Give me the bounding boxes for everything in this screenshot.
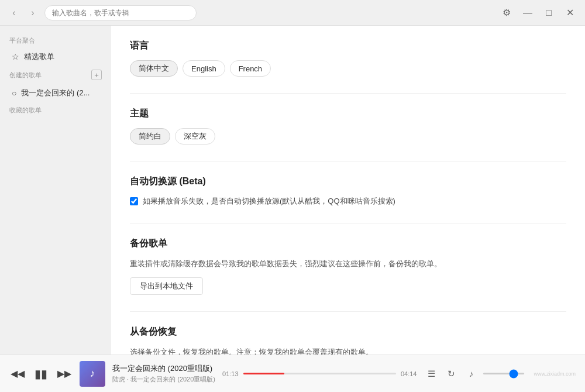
pause-button[interactable]: ▮▮: [33, 366, 49, 382]
sidebar: 平台聚合 ☆ 精选歌单 创建的歌单 + ○ 我一定会回来的 (2... 收藏的歌…: [0, 26, 111, 355]
album-art: ♪: [80, 361, 105, 387]
restore-section: 从备份恢复 选择备份文件，恢复我的歌单。注意：恢复我的歌单会覆盖现有的歌单。 从…: [130, 326, 566, 355]
theme-section: 主题 简约白 深空灰: [130, 108, 566, 145]
backup-desc: 重装插件或清除缓存数据会导致我的歌单数据丢失，强烈建议在这些操作前，备份我的歌单…: [130, 258, 566, 270]
language-tag-french[interactable]: French: [230, 60, 271, 77]
theme-tag-group: 简约白 深空灰: [130, 128, 566, 145]
player-bar: ◀◀ ▮▮ ▶▶ ♪ 我一定会回来的 (2020重唱版) 陆虎 · 我一定会回来…: [0, 355, 585, 392]
theme-tag-dark[interactable]: 深空灰: [175, 128, 215, 145]
export-button[interactable]: 导出到本地文件: [130, 277, 203, 295]
restore-desc: 选择备份文件，恢复我的歌单。注意：恢复我的歌单会覆盖现有的歌单。: [130, 346, 566, 355]
player-info: 我一定会回来的 (2020重唱版) 陆虎 · 我一定会回来的 (2020重唱版): [112, 363, 215, 384]
auto-switch-row: 如果播放音乐失败，是否自动切换播放源(默认从酷我，QQ和咪咕音乐搜索): [130, 196, 566, 207]
next-button[interactable]: ▶▶: [56, 366, 73, 382]
player-right-icons: ☰ ↻ ♪: [424, 366, 524, 381]
sidebar-item-my-playlist[interactable]: ○ 我一定会回来的 (2...: [2, 84, 109, 102]
auto-switch-checkbox[interactable]: [130, 197, 138, 205]
current-time: 01:13: [222, 370, 239, 377]
sidebar-item-my-playlist-label: 我一定会回来的 (2...: [21, 88, 90, 98]
collected-section-title: 收藏的歌单: [0, 102, 111, 117]
language-title: 语言: [130, 40, 566, 52]
watermark: www.zixiadm.com: [534, 371, 576, 377]
divider-3: [130, 223, 566, 223]
progress-bar[interactable]: [243, 373, 396, 374]
main-layout: 平台聚合 ☆ 精选歌单 创建的歌单 + ○ 我一定会回来的 (2... 收藏的歌…: [0, 26, 585, 355]
minimize-icon-button[interactable]: —: [519, 5, 536, 21]
theme-tag-light[interactable]: 简约白: [130, 128, 170, 145]
settings-icon-button[interactable]: ⚙: [498, 5, 515, 21]
player-progress-area: 01:13 04:14: [222, 370, 417, 377]
divider-2: [130, 161, 566, 161]
auto-switch-desc: 如果播放音乐失败，是否自动切换播放源(默认从酷我，QQ和咪咕音乐搜索): [143, 196, 395, 207]
playlist-icon-button[interactable]: ☰: [424, 366, 439, 381]
restore-title: 从备份恢复: [130, 326, 566, 338]
backup-title: 备份歌单: [130, 238, 566, 250]
playlist-icon: ○: [12, 88, 16, 98]
theme-title: 主题: [130, 108, 566, 120]
repeat-icon-button[interactable]: ↻: [443, 366, 459, 381]
create-playlist-row: 创建的歌单 +: [0, 66, 111, 84]
platform-section-title: 平台聚合: [0, 33, 111, 47]
language-tag-simplified-chinese[interactable]: 简体中文: [130, 60, 178, 77]
auto-switch-title: 自动切换源 (Beta): [130, 176, 566, 188]
language-tag-english[interactable]: English: [183, 60, 225, 77]
divider-4: [130, 311, 566, 312]
create-label: 创建的歌单: [9, 71, 42, 80]
divider-1: [130, 93, 566, 94]
player-artist: 陆虎 · 我一定会回来的 (2020重唱版): [112, 375, 215, 384]
maximize-icon-button[interactable]: □: [541, 5, 557, 21]
sidebar-item-featured[interactable]: ☆ 精选歌单: [2, 47, 109, 66]
content-area: 语言 简体中文 English French 主题 简约白 深空灰 自动切换源 …: [111, 26, 585, 355]
add-playlist-button[interactable]: +: [91, 70, 102, 80]
volume-slider[interactable]: [483, 373, 524, 374]
player-title: 我一定会回来的 (2020重唱版): [112, 363, 215, 374]
prev-button[interactable]: ◀◀: [9, 366, 26, 382]
featured-icon: ☆: [12, 52, 19, 61]
sidebar-item-featured-label: 精选歌单: [24, 51, 54, 62]
close-icon-button[interactable]: ✕: [562, 5, 578, 21]
backup-section: 备份歌单 重装插件或清除缓存数据会导致我的歌单数据丢失，强烈建议在这些操作前，备…: [130, 238, 566, 295]
search-input[interactable]: [44, 5, 197, 20]
total-time: 04:14: [401, 370, 417, 377]
volume-icon-button[interactable]: ♪: [463, 366, 479, 381]
language-tag-group: 简体中文 English French: [130, 60, 566, 77]
progress-fill: [243, 373, 285, 374]
auto-switch-section: 自动切换源 (Beta) 如果播放音乐失败，是否自动切换播放源(默认从酷我，QQ…: [130, 176, 566, 207]
top-bar: ‹ › ⚙ — □ ✕: [0, 0, 585, 26]
language-section: 语言 简体中文 English French: [130, 40, 566, 77]
album-art-placeholder: ♪: [80, 361, 105, 387]
forward-button[interactable]: ›: [26, 6, 40, 20]
back-button[interactable]: ‹: [7, 6, 21, 20]
